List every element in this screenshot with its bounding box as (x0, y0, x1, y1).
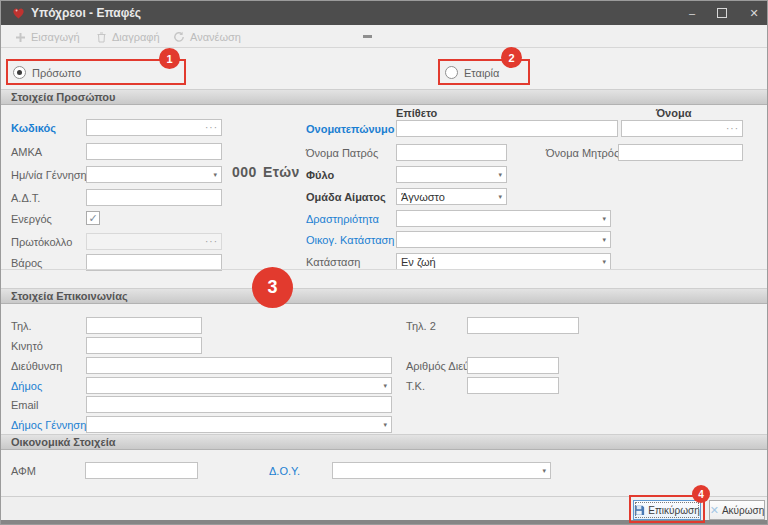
kodikos-ellipsis-icon[interactable]: ··· (205, 123, 218, 133)
phone-label: Τηλ. (11, 320, 32, 332)
annotation-badge-4: 4 (692, 485, 710, 503)
maximize-icon (717, 8, 727, 18)
phone-input[interactable] (86, 317, 202, 334)
amka-label: ΑΜΚΑ (11, 146, 42, 158)
toolbar-refresh-label: Ανανέωση (190, 31, 241, 43)
protocol-ellipsis-icon[interactable]: ··· (205, 237, 218, 247)
cancel-button-label: Ακύρωση (722, 505, 764, 516)
annotation-badge-3: 3 (252, 267, 293, 308)
toolbar-delete-label: Διαγραφή (112, 31, 160, 43)
radio-person[interactable] (13, 66, 26, 79)
chevron-down-icon: ▾ (498, 171, 502, 179)
close-button[interactable]: ✕ (744, 3, 764, 23)
chevron-down-icon: ▾ (602, 258, 606, 266)
weight-label: Βάρος (11, 257, 42, 269)
chevron-down-icon: ▾ (542, 467, 546, 475)
annotation-badge-2: 2 (501, 47, 522, 68)
firstname-column-header: Όνομα (656, 107, 691, 119)
surname-input[interactable] (396, 120, 618, 137)
father-name-input[interactable] (396, 144, 507, 161)
afm-input[interactable] (85, 462, 198, 479)
toolbar-overflow-handle[interactable] (363, 35, 372, 38)
radio-company[interactable] (445, 66, 458, 79)
zip-input[interactable] (467, 377, 559, 394)
life-status-label: Κατάσταση (306, 256, 360, 268)
birth-municipality-dropdown[interactable]: ▾ (86, 416, 392, 433)
phone2-input[interactable] (467, 317, 579, 334)
municipality-label: Δήμος (11, 380, 42, 392)
section-divider (1, 269, 767, 270)
firstname-input[interactable] (625, 123, 726, 135)
minimize-button[interactable]: – (682, 3, 702, 23)
kodikos-label: Κωδικός (11, 122, 56, 134)
gender-label: Φύλο (306, 169, 334, 181)
firstname-field[interactable]: ··· (621, 120, 743, 137)
adt-input[interactable] (86, 189, 222, 206)
blood-type-dropdown[interactable]: Άγνωστο ▾ (396, 188, 507, 205)
firstname-ellipsis-icon[interactable]: ··· (726, 124, 739, 134)
toolbar-refresh-button[interactable]: Ανανέωση (173, 29, 241, 45)
activity-label: Δραστηριότητα (306, 213, 379, 225)
confirm-button-label: Επικύρωση (648, 505, 700, 516)
radio-company-label: Εταιρία (464, 67, 499, 79)
chevron-down-icon: ▾ (213, 171, 217, 179)
annotation-badge-1: 1 (159, 48, 180, 69)
mother-name-label: Όνομα Μητρός (546, 147, 619, 159)
maximize-button[interactable] (712, 3, 732, 23)
blood-type-value: Άγνωστο (401, 191, 498, 203)
radio-person-label: Πρόσωπο (32, 67, 81, 79)
section-header-financial: Οικονομικά Στοιχεία (1, 434, 767, 450)
window-title: Υπόχρεοι - Επαφές (31, 6, 141, 20)
life-status-value: Εν ζωή (401, 256, 602, 268)
dialog-window: Υπόχρεοι - Επαφές – ✕ Εισαγωγή Διαγραφή … (0, 0, 768, 525)
chevron-down-icon: ▾ (602, 236, 606, 244)
protocol-field[interactable]: ··· (86, 233, 222, 250)
marital-status-dropdown[interactable]: ▾ (396, 231, 611, 248)
email-label: Email (11, 399, 39, 411)
mother-name-input[interactable] (618, 144, 743, 161)
kodikos-input[interactable] (90, 122, 205, 134)
cancel-x-icon: ✕ (710, 505, 719, 516)
mobile-label: Κινητό (11, 340, 43, 352)
confirm-button[interactable]: Επικύρωση (633, 500, 701, 520)
municipality-dropdown[interactable]: ▾ (86, 377, 392, 394)
close-icon: ✕ (749, 7, 758, 20)
refresh-icon (173, 31, 185, 43)
doy-dropdown[interactable]: ▾ (332, 462, 551, 479)
address-number-input[interactable] (467, 357, 559, 374)
address-input[interactable] (86, 357, 392, 374)
email-input[interactable] (86, 396, 392, 413)
birthdate-label: Ημ/νία Γέννησης (11, 169, 92, 181)
birth-municipality-label: Δήμος Γέννησης (11, 419, 92, 431)
title-bar: Υπόχρεοι - Επαφές – ✕ (1, 1, 767, 25)
section-header-contact: Στοιχεία Επικοινωνίας (1, 288, 767, 304)
active-checkbox[interactable]: ✓ (86, 211, 100, 225)
activity-dropdown[interactable]: ▾ (396, 210, 611, 227)
father-name-label: Όνομα Πατρός (306, 147, 378, 159)
toolbar-delete-button[interactable]: Διαγραφή (96, 29, 160, 45)
age-unit: Ετών (263, 164, 300, 180)
save-icon (634, 505, 645, 516)
life-status-dropdown[interactable]: Εν ζωή ▾ (396, 253, 611, 270)
window-bottom-edge (1, 520, 767, 524)
protocol-input[interactable] (90, 236, 205, 248)
afm-label: ΑΦΜ (11, 465, 36, 477)
doy-label: Δ.Ο.Υ. (269, 465, 300, 477)
amka-input[interactable] (86, 143, 222, 160)
age-value: 000 (232, 164, 257, 180)
zip-label: Τ.Κ. (406, 380, 425, 392)
toolbar-insert-button[interactable]: Εισαγωγή (15, 29, 80, 45)
cancel-button[interactable]: ✕ Ακύρωση (709, 500, 765, 520)
birthdate-dropdown[interactable]: ▾ (86, 166, 222, 183)
marital-status-label: Οικογ. Κατάσταση (306, 234, 394, 246)
phone2-label: Τηλ. 2 (406, 320, 436, 332)
gender-dropdown[interactable]: ▾ (396, 166, 507, 183)
fullname-label: Ονοματεπώνυμο (306, 123, 394, 135)
toolbar: Εισαγωγή Διαγραφή Ανανέωση (1, 25, 767, 48)
trash-icon (96, 32, 107, 43)
chevron-down-icon: ▾ (498, 193, 502, 201)
app-icon (12, 7, 25, 19)
toolbar-insert-label: Εισαγωγή (31, 31, 80, 43)
mobile-input[interactable] (86, 337, 202, 354)
kodikos-field[interactable]: ··· (86, 119, 222, 136)
